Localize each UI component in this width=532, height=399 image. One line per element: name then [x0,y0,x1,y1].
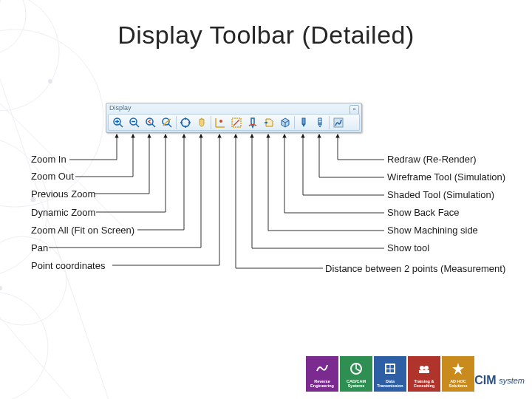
point-coord-icon[interactable] [212,115,228,130]
zoom-out-icon[interactable] [126,115,143,130]
svg-line-24 [152,124,155,127]
label-zoom-in: Zoom In [31,154,66,165]
toolbar-strip [108,114,360,131]
label-distance: Distance between 2 points (Measurement) [325,263,505,274]
svg-rect-39 [302,118,305,124]
footer-tile: Data Transmission [374,356,406,392]
svg-point-25 [163,118,169,125]
svg-line-17 [120,124,123,127]
svg-point-23 [146,118,153,125]
distance-icon[interactable] [228,115,245,130]
toolbar-title: Display [109,104,132,112]
pan-icon[interactable] [194,115,210,130]
zoom-all-icon[interactable] [177,115,194,130]
svg-point-1 [0,0,59,111]
svg-line-36 [233,120,239,126]
svg-marker-53 [452,363,464,375]
wireframe-tool-icon[interactable] [312,115,328,130]
show-tool-icon[interactable] [245,115,261,130]
footer: Reverse Engineering CAD/CAM Systems Data… [0,358,532,399]
shaded-tool-icon[interactable] [296,115,312,130]
svg-line-21 [136,124,139,127]
page-title: Display Toolbar (Detailed) [0,21,532,50]
svg-point-27 [182,118,190,126]
svg-point-50 [420,366,424,370]
redraw-icon[interactable] [330,115,347,130]
background-decoration [0,0,148,399]
label-mach-side: Show Machining side [387,225,478,236]
label-pan: Pan [31,242,48,253]
footer-tile: AD HOC Solutions [442,356,474,392]
svg-point-14 [0,286,2,290]
footer-tile: Training & Consulting [408,356,440,392]
label-redraw: Redraw (Re-Render) [387,154,477,165]
svg-rect-52 [419,370,429,373]
svg-marker-42 [318,124,321,127]
svg-point-51 [424,366,429,370]
svg-line-6 [0,0,111,399]
svg-line-26 [168,124,171,127]
display-toolbar: Display × [106,103,362,133]
cim-logo: CIM system [474,374,525,387]
dyn-zoom-icon[interactable] [159,115,175,130]
label-point-coord: Point coordinates [31,260,105,271]
mach-side-icon[interactable] [261,115,277,130]
label-shaded: Shaded Tool (Simulation) [387,189,494,200]
footer-tile: CAD/CAM Systems [340,356,372,392]
label-back-face: Show Back Face [387,207,460,218]
label-zoom-out: Zoom Out [31,171,74,182]
back-face-icon[interactable] [277,115,293,130]
label-zoom-all: Zoom All (Fit on Screen) [31,225,134,236]
prev-zoom-icon[interactable] [143,115,159,130]
label-show-tool: Show tool [387,242,429,253]
svg-point-11 [48,79,52,83]
svg-rect-41 [318,118,321,124]
svg-point-34 [219,120,222,123]
label-wireframe: Wireframe Tool (Simulation) [387,171,505,183]
zoom-in-icon[interactable] [110,115,126,130]
svg-marker-40 [302,124,305,127]
footer-tile: Reverse Engineering [306,356,338,392]
label-prev-zoom: Previous Zoom [31,188,95,200]
footer-tiles: Reverse Engineering CAD/CAM Systems Data… [304,356,474,392]
label-dyn-zoom: Dynamic Zoom [31,207,95,218]
